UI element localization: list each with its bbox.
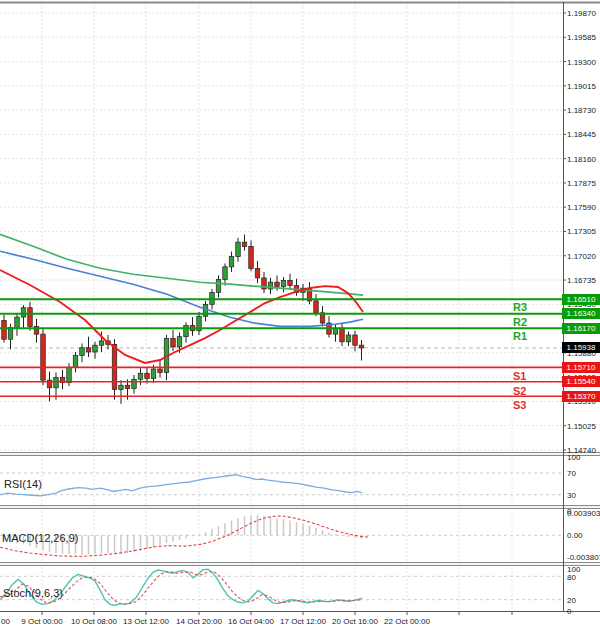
price-tick-label: 1.18160 [567, 155, 596, 164]
price-tick-label: 1.18445 [567, 130, 596, 139]
resistance-price-badge: 1.16510 [562, 294, 600, 305]
x-axis-label: 9 Oct 00:00 [16, 617, 68, 626]
forex-chart-window: R3R2R1S1S2S31.198701.195851.193001.19015… [0, 0, 600, 636]
stoch-indicator-label: Stoch(9,6,3) [3, 587, 63, 599]
price-tick-label: 1.19585 [567, 33, 596, 42]
x-axis-partial-label: 00 [1, 617, 10, 626]
support-price-badge: 1.15710 [562, 362, 600, 373]
rsi-axis-label: 70 [567, 469, 576, 478]
level-label-s3: S3 [513, 399, 526, 411]
macd-axis-label: 0.00 [567, 531, 583, 540]
price-tick-label: 1.19300 [567, 58, 596, 67]
stoch-axis-label: 0 [567, 607, 571, 616]
resistance-price-badge: 1.16340 [562, 308, 600, 319]
resistance-price-badge: 1.16170 [562, 323, 600, 334]
x-axis-label: 13 Oct 12:00 [120, 617, 172, 626]
macd-axis-label: 0.003903 [567, 509, 600, 518]
price-tick-label: 1.19870 [567, 9, 596, 18]
macd-axis-label: -0.003807 [567, 553, 600, 562]
level-label-r2: R2 [513, 316, 527, 328]
price-tick-label: 1.19015 [567, 82, 596, 91]
level-label-r1: R1 [513, 330, 527, 342]
x-axis-label: 14 Oct 20:00 [173, 617, 225, 626]
price-tick-label: 1.17590 [567, 203, 596, 212]
x-axis-label: 22 Oct 00:00 [381, 617, 433, 626]
rsi-indicator-label: RSI(14) [4, 478, 42, 490]
price-tick-label: 1.17875 [567, 179, 596, 188]
x-axis-label: 16 Oct 04:00 [225, 617, 277, 626]
price-tick-label: 1.18730 [567, 106, 596, 115]
level-label-r3: R3 [513, 301, 527, 313]
price-tick-label: 1.16735 [567, 276, 596, 285]
level-label-s1: S1 [513, 370, 526, 382]
support-price-badge: 1.15370 [562, 391, 600, 402]
stoch-axis-label: 80 [567, 573, 576, 582]
rsi-axis-label: 100 [567, 453, 580, 462]
x-axis-label: 20 Oct 16:00 [329, 617, 381, 626]
level-label-s2: S2 [513, 385, 526, 397]
chart-canvas[interactable] [0, 0, 600, 636]
rsi-axis-label: 30 [567, 491, 576, 500]
x-axis-label: 17 Oct 12:00 [277, 617, 329, 626]
price-tick-label: 1.15025 [567, 422, 596, 431]
macd-indicator-label: MACD(12,26,9) [2, 532, 78, 544]
current-price-badge: 1.15938 [562, 342, 600, 353]
stoch-axis-label: 20 [567, 596, 576, 605]
price-tick-label: 1.17020 [567, 252, 596, 261]
support-price-badge: 1.15540 [562, 376, 600, 387]
price-tick-label: 1.17305 [567, 227, 596, 236]
x-axis-label: 10 Oct 08:00 [68, 617, 120, 626]
